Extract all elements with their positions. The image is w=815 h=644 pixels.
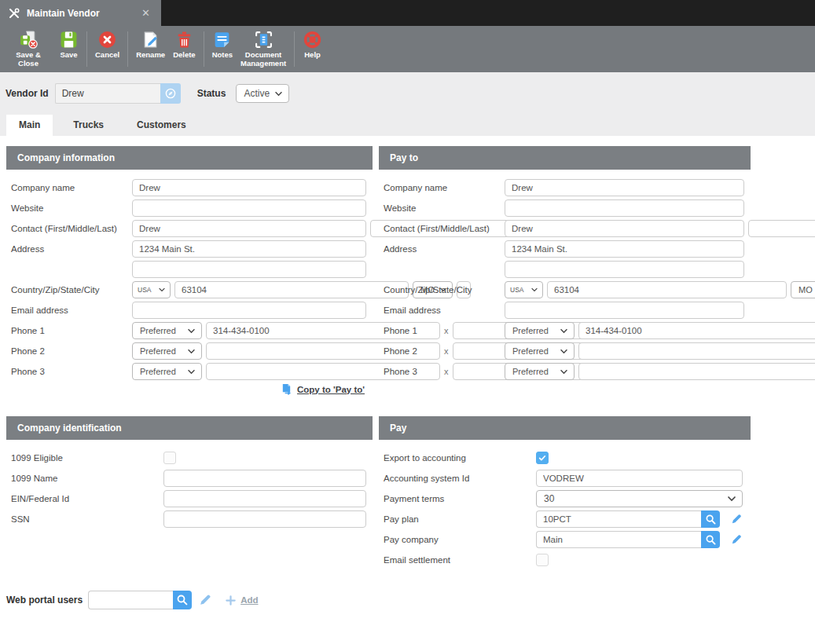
close-icon[interactable]: ✕ — [138, 7, 153, 19]
pay-company-label: Pay company — [384, 535, 536, 544]
pay-company-lookup-button[interactable] — [701, 531, 720, 548]
tab-customers[interactable]: Customers — [124, 115, 199, 136]
document-management-button[interactable]: Document Management — [237, 26, 290, 72]
email-settlement-checkbox[interactable] — [536, 554, 549, 566]
zip-input[interactable] — [174, 281, 409, 298]
ssn-input[interactable] — [163, 510, 366, 528]
pay-plan-input[interactable] — [536, 510, 701, 528]
phone1-label: Phone 1 — [384, 326, 505, 335]
payto-phone2-number-input[interactable] — [578, 342, 815, 360]
contact-label: Contact (First/Middle/Last) — [384, 224, 505, 233]
payto-contact-first-input[interactable] — [505, 220, 744, 237]
web-portal-users-lookup-button[interactable] — [173, 591, 192, 609]
ein-federal-id-input[interactable] — [163, 490, 366, 507]
payment-terms-select[interactable]: 30 — [536, 490, 743, 507]
1099-name-label: 1099 Name — [11, 474, 163, 483]
company-information-section: Company information Company name Website… — [6, 146, 373, 395]
accounting-system-id-input[interactable] — [536, 470, 743, 487]
phone1-label: Phone 1 — [11, 326, 132, 335]
address-label: Address — [384, 244, 505, 254]
payto-zip-input[interactable] — [547, 281, 787, 298]
payto-phone1-number-input[interactable] — [578, 322, 815, 339]
address-label: Address — [11, 244, 132, 254]
contact-first-input[interactable] — [132, 220, 366, 237]
chevron-down-icon — [560, 369, 568, 375]
payto-phone3-type-select[interactable]: Preferred — [505, 363, 575, 380]
phone3-label: Phone 3 — [11, 367, 132, 376]
payto-website-input[interactable] — [505, 199, 744, 217]
chevron-down-icon — [187, 369, 196, 375]
payto-company-name-input[interactable] — [505, 179, 744, 196]
country-zip-state-city-label: Country/Zip/State/City — [11, 285, 132, 295]
help-icon — [303, 30, 322, 51]
country-select[interactable]: USA — [132, 281, 171, 298]
ssn-label: SSN — [11, 514, 163, 524]
pay-company-edit-pencil-icon[interactable] — [730, 533, 743, 546]
payto-country-select[interactable]: USA — [505, 281, 543, 298]
delete-button[interactable]: Delete — [169, 26, 200, 72]
payto-contact-middle-input[interactable] — [748, 220, 815, 237]
rename-icon — [141, 30, 160, 51]
web-portal-users-label: Web portal users — [6, 595, 83, 606]
tab-trucks[interactable]: Trucks — [61, 115, 116, 136]
vendor-id-input[interactable] — [55, 83, 160, 104]
save-close-icon — [19, 30, 39, 51]
save-icon — [59, 30, 79, 51]
cancel-button[interactable]: Cancel — [91, 26, 123, 72]
payto-phone3-number-input[interactable] — [578, 363, 815, 380]
phone1-type-select[interactable]: Preferred — [132, 322, 202, 339]
company-name-input[interactable] — [132, 179, 366, 196]
payto-address-line2-input[interactable] — [505, 261, 744, 278]
address-line1-input[interactable] — [132, 240, 366, 258]
save-and-close-button[interactable]: Save & Close — [2, 26, 55, 72]
1099-eligible-checkbox[interactable] — [163, 452, 176, 464]
payto-phone1-type-select[interactable]: Preferred — [505, 322, 575, 339]
pay-company-input[interactable] — [536, 531, 701, 548]
status-select[interactable]: Active — [236, 84, 289, 103]
vendor-lookup-button[interactable] — [160, 83, 181, 104]
search-icon — [176, 594, 189, 606]
tools-icon — [8, 7, 20, 20]
1099-name-input[interactable] — [163, 470, 366, 487]
web-portal-users-edit-pencil-icon[interactable] — [198, 593, 212, 607]
export-to-accounting-checkbox[interactable] — [536, 452, 549, 464]
address-line2-input[interactable] — [132, 261, 366, 278]
copy-to-pay-to-link[interactable]: Copy to 'Pay to' — [297, 385, 365, 394]
pay-plan-lookup-button[interactable] — [701, 510, 720, 528]
save-button[interactable]: Save — [55, 26, 83, 72]
phone2-label: Phone 2 — [11, 346, 132, 356]
payto-email-input[interactable] — [505, 302, 744, 319]
payto-state-select[interactable]: MO — [791, 281, 815, 298]
1099-eligible-label: 1099 Eligible — [11, 453, 163, 463]
section-title: Pay to — [379, 146, 751, 170]
section-title: Company identification — [6, 416, 373, 440]
phone2-type-select[interactable]: Preferred — [132, 342, 202, 360]
cancel-icon — [97, 30, 117, 51]
tab-main[interactable]: Main — [6, 115, 53, 136]
chevron-down-icon — [274, 91, 283, 97]
website-input[interactable] — [132, 199, 366, 217]
accounting-system-id-label: Accounting system Id — [384, 474, 536, 483]
phone3-type-select[interactable]: Preferred — [132, 363, 202, 380]
phone2-label: Phone 2 — [384, 346, 505, 356]
window-tab-maintain-vendor[interactable]: Maintain Vendor ✕ — [0, 0, 161, 26]
payment-terms-label: Payment terms — [384, 494, 536, 503]
add-web-portal-user-link[interactable]: Add — [225, 595, 258, 606]
company-name-label: Company name — [384, 183, 505, 192]
pay-plan-edit-pencil-icon[interactable] — [730, 513, 743, 525]
email-settlement-label: Email settlement — [384, 555, 536, 565]
payto-phone2-type-select[interactable]: Preferred — [505, 342, 575, 360]
chevron-down-icon — [560, 328, 568, 334]
window-title: Maintain Vendor — [27, 8, 132, 19]
chevron-down-icon — [187, 328, 196, 334]
email-input[interactable] — [132, 302, 366, 319]
toolbar-separator — [86, 31, 87, 67]
help-button[interactable]: Help — [299, 26, 326, 72]
rename-button[interactable]: Rename — [132, 26, 169, 72]
toolbar-separator — [294, 31, 295, 67]
toolbar-separator — [127, 31, 128, 67]
notes-button[interactable]: Notes — [208, 26, 237, 72]
web-portal-users-input[interactable] — [88, 591, 173, 609]
search-icon — [705, 534, 717, 546]
payto-address-line1-input[interactable] — [505, 240, 744, 258]
